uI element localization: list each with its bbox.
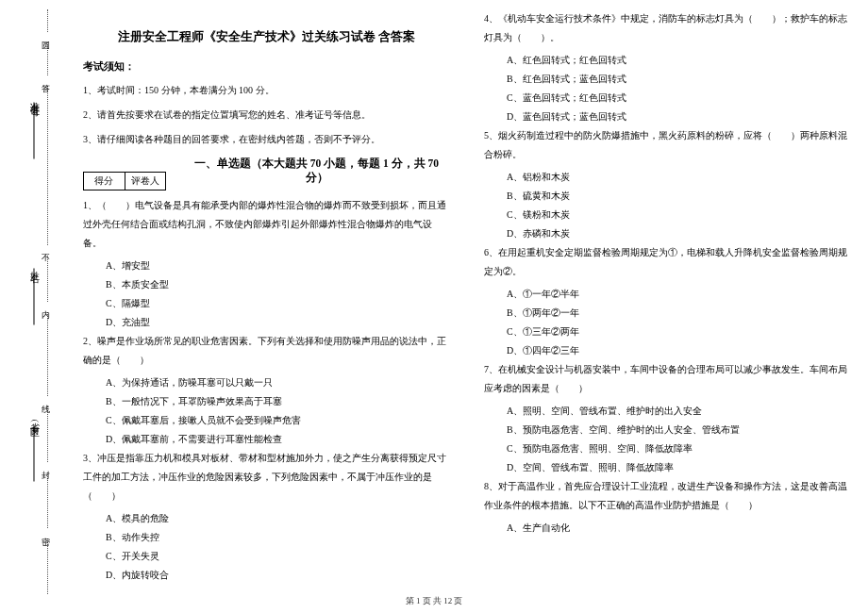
vlabel-7: 密 <box>40 528 52 538</box>
q7-opt-c: C、预防电器危害、照明、空间、降低故障率 <box>484 439 851 458</box>
q7-stem: 7、在机械安全设计与机器安装中，车间中设备的合理布局可以减少事故发生。车间布局应… <box>484 360 851 398</box>
vlabel-3: 不 <box>40 245 52 255</box>
q2-opt-c: C、佩戴耳塞后，接嗽人员就不会受到噪声危害 <box>83 411 450 430</box>
field-exam-id-label: 准考证号 <box>27 94 41 102</box>
page-root: 圆 答 不 内 线 封 密 准考证号 姓名 省（市区） 注册安全工程师《安全生产… <box>0 0 868 613</box>
q6-stem: 6、在用起重机安全定期监督检验周期规定为①，电梯和载人升降机安全监督检验周期规定… <box>484 243 851 281</box>
page-footer: 第 1 页 共 12 页 <box>0 595 868 607</box>
content-main: 注册安全工程师《安全生产技术》过关练习试卷 含答案 考试须知： 1、考试时间：1… <box>66 0 868 613</box>
q6-opt-c: C、①三年②两年 <box>484 323 851 341</box>
q3-opt-c: C、开关失灵 <box>83 547 450 566</box>
q8-opt-a: A、生产自动化 <box>484 519 851 538</box>
q1-stem: 1、（ ）电气设备是具有能承受内部的爆炸性混合物的爆炸而不致受到损坏，而且通过外… <box>83 196 450 253</box>
field-name-label: 姓名 <box>27 264 41 268</box>
field-region: 省（市区） <box>6 415 62 482</box>
vlabel-5: 线 <box>40 396 52 406</box>
q3-opt-d: D、内旋转咬合 <box>83 566 450 585</box>
notice-item-2: 2、请首先按要求在试卷的指定位置填写您的姓名、准考证号等信息。 <box>83 108 450 123</box>
q1-opt-d: D、充油型 <box>83 313 450 332</box>
q5-opt-b: B、硫黄和木炭 <box>484 187 851 206</box>
score-box: 得分 评卷人 <box>83 172 166 191</box>
score-cell-marker: 评卷人 <box>125 173 166 190</box>
q4-opt-d: D、蓝色回转式；蓝色回转式 <box>484 108 851 126</box>
q3-opt-a: A、模具的危险 <box>83 509 450 528</box>
q3-stem: 3、冲压是指靠压力机和模具对板材、带材和型材施加外力，使之产生分离获得预定尺寸工… <box>83 449 450 505</box>
score-cell-score: 得分 <box>84 173 125 190</box>
binding-sidebar: 圆 答 不 内 线 封 密 准考证号 姓名 省（市区） <box>0 0 66 613</box>
field-region-label: 省（市区） <box>27 415 41 424</box>
q1-opt-b: B、本质安全型 <box>83 275 450 294</box>
left-column: 注册安全工程师《安全生产技术》过关练习试卷 含答案 考试须知： 1、考试时间：1… <box>66 9 467 613</box>
field-name-line <box>34 269 35 325</box>
field-exam-id-line <box>34 103 35 159</box>
field-name: 姓名 <box>6 264 62 325</box>
notice-item-1: 1、考试时间：150 分钟，本卷满分为 100 分。 <box>83 83 450 98</box>
q7-opt-a: A、照明、空间、管线布置、维护时的出入安全 <box>484 402 851 421</box>
q6-opt-b: B、①两年②一年 <box>484 304 851 323</box>
right-column: 4、《机动车安全运行技术条件》中规定，消防车的标志灯具为（ ）；救护车的标志灯具… <box>467 9 868 613</box>
q8-stem: 8、对于高温作业，首先应合理设计工业流程，改进生产设备和操作方法，这是改善高温作… <box>484 477 851 515</box>
q3-opt-b: B、动作失控 <box>83 528 450 547</box>
q4-stem: 4、《机动车安全运行技术条件》中规定，消防车的标志灯具为（ ）；救护车的标志灯具… <box>484 9 851 47</box>
field-exam-id: 准考证号 <box>6 94 62 159</box>
q2-opt-a: A、为保持通话，防噪耳塞可以只戴一只 <box>83 373 450 392</box>
q1-opt-c: C、隔爆型 <box>83 294 450 313</box>
q4-opt-a: A、红色回转式；红色回转式 <box>484 51 851 70</box>
section-1-heading: 一、单选题（本大题共 70 小题，每题 1 分，共 70 分） <box>183 157 450 185</box>
vlabel-1: 圆 <box>40 33 52 42</box>
notice-item-3: 3、请仔细阅读各种题目的回答要求，在密封线内答题，否则不予评分。 <box>83 132 450 147</box>
q7-opt-b: B、预防电器危害、空间、维护时的出人安全、管线布置 <box>484 421 851 439</box>
q5-opt-d: D、赤磷和木炭 <box>484 224 851 243</box>
q4-opt-b: B、红色回转式；蓝色回转式 <box>484 70 851 89</box>
q5-opt-c: C、镁粉和木炭 <box>484 206 851 224</box>
q6-opt-d: D、①四年②三年 <box>484 341 851 360</box>
paper-title: 注册安全工程师《安全生产技术》过关练习试卷 含答案 <box>83 28 450 45</box>
notice-heading: 考试须知： <box>83 60 450 74</box>
q2-opt-b: B、一般情况下，耳罩防噪声效果高于耳塞 <box>83 392 450 411</box>
q7-opt-d: D、空间、管线布置、照明、降低故障率 <box>484 458 851 477</box>
q4-opt-c: C、蓝色回转式；红色回转式 <box>484 89 851 108</box>
q5-stem: 5、烟火药制造过程中的防火防爆措施中，黑火药原料的粉碎，应将（ ）两种原料混合粉… <box>484 126 851 164</box>
q1-opt-a: A、增安型 <box>83 257 450 275</box>
q2-stem: 2、噪声是作业场所常见的职业危害因素。下列有关选择和使用防噪声用品的说法中，正确… <box>83 332 450 370</box>
field-region-line <box>34 425 35 482</box>
q6-opt-a: A、①一年②半年 <box>484 285 851 304</box>
q5-opt-a: A、铝粉和木炭 <box>484 168 851 187</box>
q2-opt-d: D、佩戴耳塞前，不需要进行耳塞性能检查 <box>83 430 450 449</box>
vlabel-2: 答 <box>40 75 52 85</box>
